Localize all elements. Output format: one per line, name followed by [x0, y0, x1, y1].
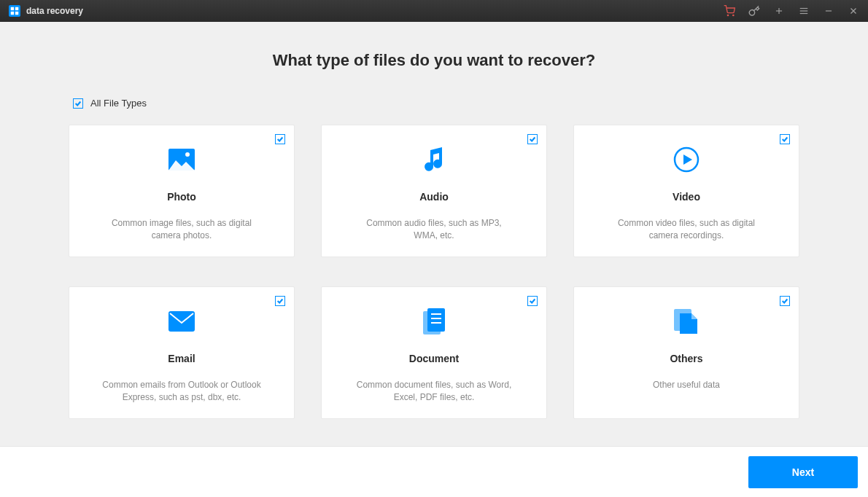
card-title: Photo: [84, 191, 279, 203]
card-others[interactable]: Others Other useful data: [573, 286, 799, 419]
card-photo[interactable]: Photo Common image files, such as digita…: [69, 125, 295, 257]
svg-point-15: [185, 152, 190, 157]
card-checkbox-icon[interactable]: [275, 134, 285, 144]
card-checkbox-icon[interactable]: [527, 134, 538, 144]
photo-icon: [84, 143, 279, 176]
card-audio[interactable]: Audio Common audio files, such as MP3, W…: [321, 125, 547, 257]
card-video[interactable]: Video Common video files, such as digita…: [573, 125, 799, 257]
footer-bar: Next: [0, 446, 868, 497]
titlebar-left: data recovery: [9, 5, 83, 17]
card-email[interactable]: Email Common emails from Outlook or Outl…: [69, 286, 295, 419]
next-button[interactable]: Next: [748, 456, 858, 488]
audio-icon: [336, 143, 532, 176]
card-desc: Common document files, such as Word, Exc…: [336, 379, 532, 404]
svg-point-4: [727, 15, 728, 15]
menu-icon[interactable]: [798, 5, 810, 17]
svg-rect-3: [15, 12, 18, 15]
titlebar-right: [724, 5, 859, 17]
card-title: Video: [589, 191, 784, 203]
card-checkbox-icon[interactable]: [780, 134, 790, 144]
minimize-icon[interactable]: [823, 5, 834, 17]
all-file-types-label: All File Types: [90, 98, 147, 109]
svg-rect-18: [168, 311, 195, 332]
card-desc: Common video files, such as digital came…: [589, 217, 784, 243]
svg-rect-20: [427, 308, 445, 332]
card-desc: Common emails from Outlook or Outlook Ex…: [84, 379, 279, 404]
svg-point-5: [733, 15, 734, 15]
plus-icon[interactable]: [773, 5, 785, 17]
key-icon[interactable]: [748, 5, 760, 17]
email-icon: [84, 305, 279, 338]
card-checkbox-icon[interactable]: [780, 296, 790, 306]
card-title: Others: [589, 353, 784, 364]
svg-rect-1: [15, 7, 18, 10]
card-desc: Common image files, such as digital came…: [84, 217, 279, 243]
close-icon[interactable]: [848, 5, 859, 17]
app-name: data recovery: [26, 6, 83, 16]
card-document[interactable]: Document Common document files, such as …: [321, 286, 547, 419]
document-icon: [336, 305, 532, 338]
card-title: Audio: [336, 191, 532, 203]
svg-rect-0: [11, 7, 14, 10]
titlebar: data recovery: [0, 0, 868, 22]
main-panel: What type of files do you want to recove…: [0, 22, 868, 419]
svg-rect-2: [11, 12, 14, 15]
page-heading: What type of files do you want to recove…: [0, 51, 868, 70]
video-icon: [589, 143, 784, 176]
others-icon: [589, 305, 784, 338]
card-desc: Common audio files, such as MP3, WMA, et…: [336, 217, 532, 243]
svg-marker-17: [683, 154, 692, 165]
card-title: Email: [84, 353, 279, 364]
card-checkbox-icon[interactable]: [275, 296, 285, 306]
all-file-types-checkbox[interactable]: All File Types: [73, 98, 868, 109]
card-desc: Other useful data: [589, 379, 784, 391]
checkbox-icon: [73, 98, 83, 109]
card-checkbox-icon[interactable]: [527, 296, 538, 306]
file-type-grid: Photo Common image files, such as digita…: [0, 125, 868, 419]
card-title: Document: [336, 353, 532, 364]
cart-icon[interactable]: [724, 5, 735, 17]
app-logo-icon: [9, 5, 20, 17]
